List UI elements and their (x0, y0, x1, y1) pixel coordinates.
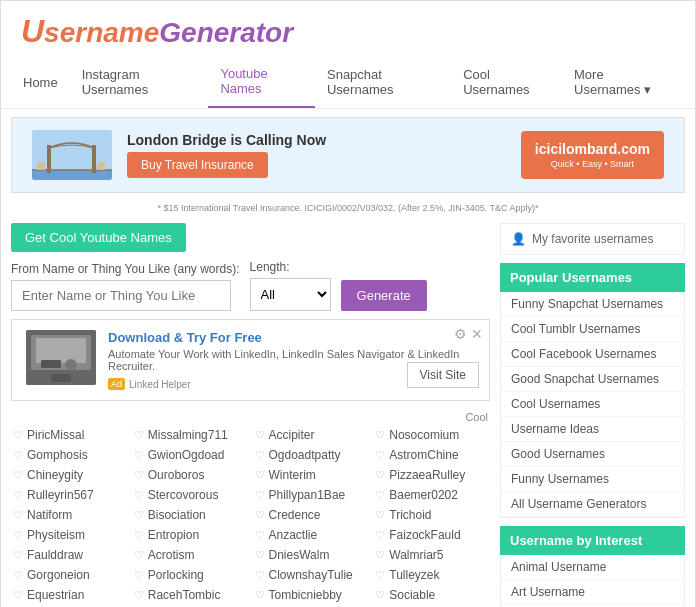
sidebar-link-animal[interactable]: Animal Username (501, 555, 684, 580)
site-logo: UsernameGenerator (21, 13, 675, 50)
name-input[interactable] (11, 280, 231, 311)
list-item: ♡Gomphosis (11, 445, 128, 465)
list-item: ♡Tulleyzek (373, 565, 490, 585)
list-item: ♡PiricMissal (11, 425, 128, 445)
inner-ad-image (26, 330, 96, 385)
popular-section-title: Popular Usernames (500, 263, 685, 292)
list-item: ♡Equestrian (11, 585, 128, 605)
list-item: ♡Porlocking (132, 565, 249, 585)
list-item: ♡Gorgoneion (11, 565, 128, 585)
list-item: ♡Natiform (11, 505, 128, 525)
nav-more[interactable]: More Usernames ▾ (562, 57, 685, 107)
list-item: ♡FaizockFauld (373, 525, 490, 545)
get-cool-button[interactable]: Get Cool Youtube Names (11, 223, 186, 252)
svg-rect-2 (47, 145, 51, 173)
ad-disclaimer: * $15 International Travel Insurance. IC… (1, 201, 695, 215)
top-ad-banner: London Bridge is Calling Now Buy Travel … (11, 117, 685, 193)
list-item: ♡Baemer0202 (373, 485, 490, 505)
list-item: ♡Winterim (253, 465, 370, 485)
interest-section-title: Username by Interest (500, 526, 685, 555)
list-item: ♡Rulleyrin567 (11, 485, 128, 505)
list-item: ♡Chineygity (11, 465, 128, 485)
sidebar-link[interactable]: Funny Usernames (501, 467, 684, 492)
svg-rect-10 (41, 360, 61, 368)
list-item: ♡Physiteism (11, 525, 128, 545)
sidebar-link[interactable]: Cool Tumblr Usernames (501, 317, 684, 342)
svg-point-11 (65, 359, 77, 371)
list-item: ♡Acrotism (132, 545, 249, 565)
list-item: ♡Faulddraw (11, 545, 128, 565)
list-item: ♡Tombicniebby (253, 585, 370, 605)
length-label: Length: (250, 260, 331, 274)
favorite-usernames-button[interactable]: 👤 My favorite usernames (500, 223, 685, 255)
svg-rect-6 (97, 162, 105, 170)
list-item: ♡Ouroboros (132, 465, 249, 485)
length-select[interactable]: All Short Medium Long (250, 278, 331, 311)
generator-form: From Name or Thing You Like (any words):… (11, 260, 490, 311)
sidebar-link[interactable]: All Username Generators (501, 492, 684, 517)
list-item: ♡AstromChine (373, 445, 490, 465)
nav-instagram[interactable]: Instagram Usernames (70, 57, 209, 107)
cool-label: Cool (11, 411, 490, 423)
ad-settings-icon[interactable]: ⚙ (454, 326, 467, 342)
ad-brand: icicilombard.com Quick • Easy • Smart (521, 131, 664, 179)
list-item: ♡Missalming711 (132, 425, 249, 445)
sidebar-link-art[interactable]: Art Username (501, 580, 684, 605)
interest-links: Animal Username Art Username Superhero U… (500, 555, 685, 607)
sidebar-link[interactable]: Good Snapchat Usernames (501, 367, 684, 392)
list-item: ♡Trichoid (373, 505, 490, 525)
list-item: ♡Stercovorous (132, 485, 249, 505)
username-col-2: ♡Missalming711 ♡GwionOgdoad ♡Ouroboros ♡… (132, 425, 249, 607)
username-col-1: ♡PiricMissal ♡Gomphosis ♡Chineygity ♡Rul… (11, 425, 128, 607)
username-col-4: ♡Nosocomium ♡AstromChine ♡PizzaeaRulley … (373, 425, 490, 607)
list-item: ♡Entropion (132, 525, 249, 545)
list-item: ♡GwionOgdoad (132, 445, 249, 465)
list-item: ♡Nosocomium (373, 425, 490, 445)
list-item: ♡ClownshayTulie (253, 565, 370, 585)
svg-rect-1 (32, 170, 112, 180)
list-item: ♡Anzactlie (253, 525, 370, 545)
name-label: From Name or Thing You Like (any words): (11, 262, 240, 276)
username-col-3: ♡Accipiter ♡Ogdoadtpatty ♡Winterim ♡Phil… (253, 425, 370, 607)
main-nav: Home Instagram Usernames Youtube Names S… (1, 56, 695, 109)
svg-rect-12 (51, 374, 71, 382)
list-item: ♡DniesWalm (253, 545, 370, 565)
list-item: ♡Credence (253, 505, 370, 525)
svg-rect-5 (37, 162, 45, 170)
list-item: ♡Phillypan1Bae (253, 485, 370, 505)
sidebar-link[interactable]: Cool Usernames (501, 392, 684, 417)
popular-links: Funny Snapchat Usernames Cool Tumblr Use… (500, 292, 685, 518)
svg-rect-9 (36, 338, 86, 363)
sidebar-link[interactable]: Username Ideas (501, 417, 684, 442)
nav-home[interactable]: Home (11, 65, 70, 100)
ad-text: London Bridge is Calling Now Buy Travel … (127, 132, 326, 178)
generate-button[interactable]: Generate (341, 280, 427, 311)
sidebar-link[interactable]: Good Usernames (501, 442, 684, 467)
sidebar-link[interactable]: Funny Snapchat Usernames (501, 292, 684, 317)
sidebar-link[interactable]: Cool Facebook Usernames (501, 342, 684, 367)
ad-close-icon[interactable]: ✕ (471, 326, 483, 342)
list-item: ♡Sociable (373, 585, 490, 605)
username-grid: ♡PiricMissal ♡Gomphosis ♡Chineygity ♡Rul… (11, 425, 490, 607)
list-item: ♡Ogdoadtpatty (253, 445, 370, 465)
list-item: ♡Bisociation (132, 505, 249, 525)
nav-youtube[interactable]: Youtube Names (208, 56, 315, 108)
svg-rect-3 (92, 145, 96, 173)
user-icon: 👤 (511, 232, 526, 246)
visit-site-button[interactable]: Visit Site (407, 362, 479, 388)
nav-cool[interactable]: Cool Usernames (451, 57, 562, 107)
list-item: ♡Walmriar5 (373, 545, 490, 565)
list-item: ♡RacehTombic (132, 585, 249, 605)
sidebar: 👤 My favorite usernames Popular Username… (500, 215, 685, 607)
ad-buy-button[interactable]: Buy Travel Insurance (127, 152, 268, 178)
list-item: ♡Accipiter (253, 425, 370, 445)
inner-ad: Download & Try For Free Automate Your Wo… (11, 319, 490, 401)
list-item: ♡PizzaeaRulley (373, 465, 490, 485)
nav-snapchat[interactable]: Snapchat Usernames (315, 57, 451, 107)
bridge-image (32, 130, 112, 180)
